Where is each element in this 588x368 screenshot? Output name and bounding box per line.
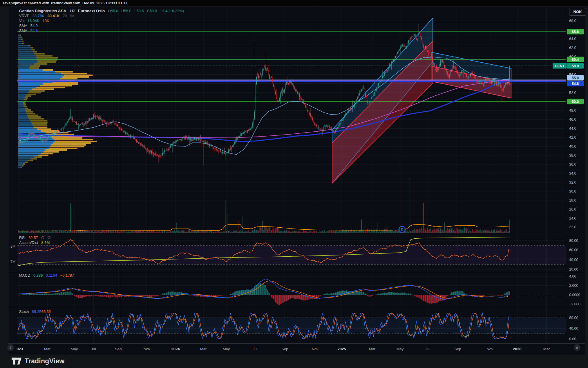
vrvp-label: VRVP	[19, 14, 29, 18]
symbol-title: Gentian Diagnostics ASA · 1D · Euronext …	[19, 9, 105, 13]
price-label: 54.6	[567, 81, 584, 86]
high-label: H	[121, 9, 124, 13]
dividend-marker[interactable]: D	[399, 226, 406, 233]
vrvp-value-3: 78.19K	[63, 14, 75, 18]
accum-dist-value: 8.6M	[41, 240, 50, 245]
stoch-label: Stoch	[19, 309, 29, 314]
price-label: 59.4	[567, 57, 584, 62]
price-label: 55.0	[567, 75, 584, 81]
autoscale-button[interactable]: A	[574, 344, 580, 351]
sma-slow-label: SMA	[19, 28, 27, 33]
rsi-null-2: ∅	[47, 235, 50, 240]
stoch-d-value: 65.59	[41, 309, 51, 314]
tradingview-logo-text: TradingView	[25, 357, 64, 365]
low-value: 53.6	[137, 9, 144, 13]
tradingview-chart-screenshot: savepiginvest created with TradingView.c…	[0, 0, 588, 368]
rsi-label: RSI	[19, 235, 26, 240]
main-legend[interactable]: Gentian Diagnostics ASA · 1D · Euronext …	[19, 8, 184, 33]
currency-button[interactable]: NOK	[569, 8, 586, 16]
sma-fast-value: 54.9	[30, 23, 38, 28]
sma-fast-legend-row[interactable]: SMA 54.9	[19, 23, 184, 28]
sma-fast-label: SMA	[19, 23, 27, 28]
change-value: +3.4 (+6.23%)	[160, 9, 184, 13]
macd-line-value: 0.1104	[46, 273, 57, 278]
volume-legend-row[interactable]: Vol 16.94K 13K	[19, 18, 184, 23]
volume-label: Vol	[19, 19, 24, 23]
symbol-row[interactable]: Gentian Diagnostics ASA · 1D · Euronext …	[19, 8, 184, 13]
stoch-legend[interactable]: Stoch 89.2565.59	[19, 309, 51, 314]
vrvp-value-1: 38.78K	[32, 14, 44, 18]
vrvp-legend-row[interactable]: VRVP 38.78K 39.41K 78.19K	[19, 13, 184, 18]
close-label: C	[147, 9, 149, 13]
stoch-k-value: 89.25	[32, 309, 41, 314]
tradingview-logo-icon	[12, 357, 21, 365]
low-label: L	[134, 9, 136, 13]
timezone-button[interactable]: Z	[7, 344, 14, 351]
macd-legend[interactable]: MACD 0.289 0.1104 −0.1787	[19, 273, 74, 278]
open-value: 55.0	[111, 9, 118, 13]
vrvp-value-2: 39.41K	[48, 14, 60, 18]
rsi-legend[interactable]: RSI 62.57 ∅ ∅ Accum/Dist 8.6M	[19, 235, 51, 245]
chart-canvas[interactable]	[0, 0, 588, 368]
stoch-legend-row[interactable]: Stoch 89.2565.59	[19, 309, 51, 314]
price-label: 50.0	[567, 99, 584, 104]
accum-dist-label: Accum/Dist	[19, 240, 38, 245]
symbol-price-tag: GENT	[553, 63, 567, 69]
rsi-null-1: ∅	[41, 235, 44, 240]
rsi-legend-row[interactable]: RSI 62.57 ∅ ∅	[19, 235, 51, 240]
close-value: 58.0	[150, 9, 157, 13]
high-value: 58.0	[124, 9, 131, 13]
sma-slow-legend-row[interactable]: SMA 54.6	[19, 28, 184, 33]
open-label: O	[108, 9, 111, 13]
attribution-text: savepiginvest created with TradingView.c…	[2, 1, 128, 5]
tradingview-logo[interactable]: TradingView	[12, 357, 64, 365]
macd-signal-value: −0.1787	[60, 273, 74, 278]
rsi-value: 62.57	[28, 235, 38, 240]
volume-value-1: 16.94K	[28, 19, 39, 23]
macd-label: MACD	[19, 273, 30, 278]
volume-value-2: 13K	[43, 19, 49, 23]
attribution-bar: savepiginvest created with TradingView.c…	[0, 0, 588, 6]
price-label: 58.0	[567, 63, 584, 69]
price-label: 65.6	[567, 29, 584, 35]
accum-dist-legend-row[interactable]: Accum/Dist 8.6M	[19, 240, 51, 245]
sma-slow-value: 54.6	[30, 28, 38, 33]
macd-hist-value: 0.289	[33, 273, 43, 278]
macd-legend-row[interactable]: MACD 0.289 0.1104 −0.1787	[19, 273, 74, 278]
